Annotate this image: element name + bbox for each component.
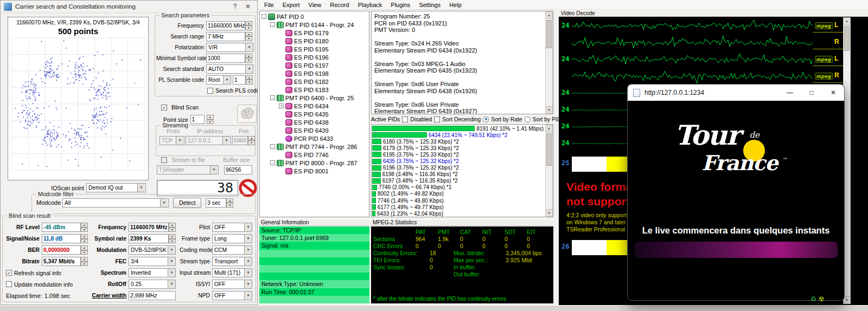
- buffer-size-input[interactable]: 96256: [224, 165, 252, 174]
- stream-to-file-checkbox[interactable]: [161, 157, 167, 163]
- spectrum-select[interactable]: Inverted▼: [129, 268, 176, 277]
- refresh-signal-checkbox[interactable]: ✓: [6, 270, 12, 276]
- tree-toggle[interactable]: -: [261, 14, 266, 19]
- tree-item[interactable]: ES PID 6195: [260, 45, 369, 53]
- frame-type-select[interactable]: Long▼: [212, 234, 252, 243]
- pid-row[interactable]: 7746 (2.00% ~ 66.74 Kbps) *1: [372, 184, 553, 191]
- pid-row[interactable]: 6435 (3.75% ~ 125.32 Kbps) *2: [372, 158, 553, 164]
- coding-mode-select[interactable]: CCM▼: [212, 245, 252, 255]
- search-range-input[interactable]: 7 MHz: [206, 32, 245, 41]
- signal-noise-value[interactable]: 11,8 dB: [42, 234, 81, 243]
- taskbar[interactable]: [0, 305, 868, 311]
- spinner[interactable]: ▲▼: [245, 54, 252, 63]
- dropdown-arrow-icon[interactable]: ▼: [168, 269, 175, 277]
- tree-toggle[interactable]: +: [279, 103, 284, 108]
- dropdown-arrow-icon[interactable]: ▼: [244, 269, 252, 277]
- menu-item-export[interactable]: Export: [278, 2, 304, 8]
- tree-item[interactable]: -PMT PID 6144 - Progr. 24: [260, 21, 369, 29]
- polarization-select[interactable]: V/R▼: [206, 43, 253, 52]
- spin-down-button[interactable]: ▼: [81, 228, 88, 232]
- detect-interval-input[interactable]: 3 sec: [206, 198, 226, 208]
- scroll-down-button[interactable]: ▼: [844, 296, 850, 303]
- spin-down-button[interactable]: ▼: [226, 203, 233, 208]
- scroll-thumb[interactable]: [546, 133, 552, 166]
- stream-type-select[interactable]: Transport▼: [212, 257, 252, 266]
- player-title-bar[interactable]: http://127.0.0.1:1234 — □ ✕: [628, 85, 844, 101]
- spin-up-button[interactable]: ▲: [245, 54, 252, 59]
- help-button[interactable]: ?: [230, 3, 240, 10]
- port-input[interactable]: 6969: [232, 136, 248, 145]
- pid-row[interactable]: 6434 (22.41% ~ 749.51 Kbps) *2: [372, 132, 553, 138]
- spin-down-button[interactable]: ▼: [248, 140, 255, 145]
- update-modulation-checkbox[interactable]: [6, 281, 12, 287]
- brain-icon[interactable]: [237, 105, 257, 123]
- dropdown-arrow-icon[interactable]: ▼: [245, 43, 253, 51]
- search-pls-checkbox[interactable]: [207, 88, 213, 94]
- tree-item[interactable]: ES PID 6183: [260, 86, 369, 94]
- pid-row[interactable]: 8191 (42.10% ~ 1.41 Mbps): [372, 125, 553, 132]
- dropdown-arrow-icon[interactable]: ▼: [244, 235, 252, 243]
- tree-item[interactable]: -PMT PID 6400 - Progr. 25: [260, 94, 369, 102]
- blind-scan-checkbox[interactable]: ✓: [161, 105, 167, 111]
- scroll-up-button[interactable]: ▲: [546, 12, 552, 19]
- menu-item-record[interactable]: Record: [326, 2, 353, 8]
- npd-select[interactable]: OFF▼: [212, 291, 252, 300]
- spin-up-button[interactable]: ▲: [226, 198, 233, 203]
- pid-row[interactable]: 7746 (1.49% ~ 49.80 Kbps): [372, 197, 553, 204]
- modcode-select[interactable]: All▼: [62, 198, 169, 208]
- menu-item-plugins[interactable]: Plugins: [386, 2, 414, 8]
- sort-by-pid-radio[interactable]: [525, 116, 531, 122]
- tree-item[interactable]: ES PID 8001: [260, 167, 369, 175]
- spinner[interactable]: ▲▼: [248, 136, 255, 145]
- spin-up-button[interactable]: ▲: [81, 223, 88, 228]
- spin-down-button[interactable]: ▼: [169, 228, 176, 232]
- dropdown-arrow-icon[interactable]: ▼: [222, 137, 230, 145]
- spin-down-button[interactable]: ▼: [207, 120, 214, 125]
- spinner[interactable]: ▲▼: [169, 223, 176, 232]
- tree-item[interactable]: ES PID 6197: [260, 61, 369, 69]
- spinner[interactable]: ▲▼: [245, 32, 252, 41]
- tree-item[interactable]: -PMT PID 8000 - Progr. 287: [260, 159, 369, 167]
- search-standard-select[interactable]: AUTO▼: [206, 64, 253, 74]
- pid-row[interactable]: 8002 (1.49% ~ 49.82 Kbps): [372, 191, 553, 197]
- bitrate-value[interactable]: 5,347 Mbit/s: [42, 257, 81, 266]
- pilot-select[interactable]: OFF▼: [212, 223, 252, 232]
- spin-up-button[interactable]: ▲: [246, 75, 253, 80]
- scroll-down-button[interactable]: ▼: [546, 209, 552, 216]
- spinner[interactable]: ▲▼: [246, 75, 253, 85]
- tree-item[interactable]: PCR PID 6433: [260, 134, 369, 142]
- spin-down-button[interactable]: ▼: [81, 262, 88, 267]
- dropdown-arrow-icon[interactable]: ▼: [245, 65, 253, 73]
- ber-value[interactable]: 0,0000000: [42, 245, 81, 255]
- iqscan-select[interactable]: Demod IQ out▼: [86, 183, 146, 192]
- close-button[interactable]: ✕: [822, 85, 844, 101]
- symbol-rate-value[interactable]: 2399 Ks: [129, 234, 169, 243]
- maximize-button[interactable]: □: [801, 85, 822, 101]
- pid-row[interactable]: 6180 (3.75% ~ 125.33 Kbps) *2: [372, 138, 553, 145]
- rolloff-select[interactable]: 0.25▼: [129, 280, 176, 289]
- ip-select[interactable]: 127.0.0.1▼: [186, 136, 231, 145]
- tree-item[interactable]: ES PID 6435: [260, 110, 369, 118]
- tree-item[interactable]: +ES PID 6434: [260, 102, 369, 110]
- close-button[interactable]: ✕: [243, 3, 253, 10]
- menu-item-file[interactable]: File: [260, 2, 278, 8]
- tree-item[interactable]: ES PID 6439: [260, 126, 369, 134]
- tree-item[interactable]: ES PID 6198: [260, 69, 369, 77]
- dropdown-arrow-icon[interactable]: ▼: [210, 166, 218, 174]
- tree-item[interactable]: ES PID 7746: [260, 151, 369, 159]
- modulation-select[interactable]: DVB-S2/8PSK▼: [129, 245, 176, 255]
- dropdown-arrow-icon[interactable]: ▼: [223, 76, 231, 84]
- spin-up-button[interactable]: ▲: [248, 136, 255, 141]
- spinner[interactable]: ▲▼: [226, 198, 233, 208]
- point-size-input[interactable]: 1: [190, 115, 205, 124]
- pl-scramble-mode-select[interactable]: Root▼: [206, 75, 231, 85]
- spin-up-button[interactable]: ▲: [81, 257, 88, 262]
- spin-up-button[interactable]: ▲: [245, 21, 252, 26]
- spin-up-button[interactable]: ▲: [81, 234, 88, 239]
- spinner[interactable]: ▲▼: [81, 223, 88, 232]
- issyi-select[interactable]: OFF▼: [212, 280, 252, 289]
- dropdown-arrow-icon[interactable]: ▼: [160, 199, 168, 207]
- dropdown-arrow-icon[interactable]: ▼: [244, 257, 252, 265]
- spin-down-button[interactable]: ▼: [81, 250, 88, 255]
- tree-toggle[interactable]: -: [270, 160, 275, 165]
